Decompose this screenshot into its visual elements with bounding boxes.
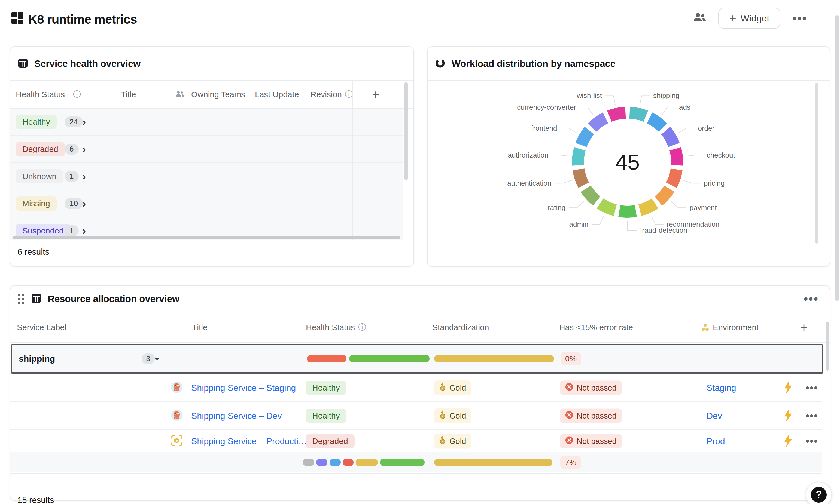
donut-label-order: order bbox=[698, 124, 715, 132]
bolt-icon[interactable] bbox=[783, 381, 793, 395]
donut-label-frontend: frontend bbox=[531, 124, 557, 132]
status-row-missing[interactable]: Missing10› bbox=[10, 190, 403, 217]
table-edge-divider bbox=[822, 312, 822, 473]
label-leader-line bbox=[560, 128, 576, 133]
plus-icon: + bbox=[729, 12, 736, 24]
footer-divider bbox=[10, 473, 822, 473]
service-health-table-body: Healthy24›Degraded6›Unknown1›Missing10›S… bbox=[10, 109, 414, 240]
donut-label-authentication: authentication bbox=[507, 179, 551, 187]
table-icon bbox=[18, 58, 28, 69]
donut-segment-frontend[interactable] bbox=[581, 131, 589, 145]
error-rate-badge: Not passed bbox=[560, 409, 622, 423]
status-badge: Missing bbox=[16, 197, 57, 211]
page-menu-icon[interactable]: ••• bbox=[792, 12, 807, 24]
donut-segment-wish-list[interactable] bbox=[609, 113, 625, 116]
donut-segment-payment[interactable] bbox=[658, 189, 669, 201]
donut-segment-recommendation[interactable] bbox=[640, 203, 655, 210]
chevron-right-icon[interactable]: › bbox=[82, 198, 86, 209]
status-badge: Healthy bbox=[16, 115, 57, 129]
donut-segment-order[interactable] bbox=[666, 131, 674, 145]
horizontal-scrollbar[interactable] bbox=[13, 236, 400, 239]
donut-label-checkout: checkout bbox=[707, 151, 735, 159]
status-row-healthy[interactable]: Healthy24› bbox=[10, 109, 403, 136]
group-row-shipping[interactable]: shipping 3 › 0% bbox=[12, 344, 823, 374]
service-title-link[interactable]: Shipping Service – Staging bbox=[191, 383, 296, 393]
donut-chart: shippingadsordercheckoutpricingpaymentre… bbox=[427, 82, 830, 258]
row-menu-icon[interactable]: ••• bbox=[806, 435, 818, 447]
share-users-icon[interactable] bbox=[693, 13, 706, 24]
donut-segment-admin[interactable] bbox=[600, 203, 615, 210]
standardization-bar bbox=[434, 355, 554, 362]
table-header-row: Health Status ⓘ Title Owning Teams Last … bbox=[10, 81, 414, 109]
aggregate-group-row[interactable]: 7% bbox=[10, 452, 822, 472]
service-row[interactable]: Shipping Service – Producti… Degraded Go… bbox=[10, 430, 822, 452]
health-status-badge: Degraded bbox=[305, 434, 355, 448]
donut-segment-pricing[interactable] bbox=[671, 169, 677, 185]
donut-label-fraud-detection: fraud-detection bbox=[640, 226, 687, 234]
service-title-link[interactable]: Shipping Service – Dev bbox=[191, 411, 282, 421]
chevron-right-icon[interactable]: › bbox=[82, 225, 86, 236]
column-error-rate[interactable]: Has <15% error rate bbox=[559, 323, 633, 332]
donut-segment-fraud-detection[interactable] bbox=[619, 211, 636, 212]
drag-handle-icon[interactable] bbox=[18, 294, 24, 304]
column-title[interactable]: Title bbox=[121, 90, 136, 99]
chevron-right-icon[interactable]: › bbox=[82, 116, 86, 127]
donut-segment-authentication[interactable] bbox=[579, 169, 584, 185]
health-bar-healthy bbox=[349, 355, 430, 362]
info-icon[interactable]: ⓘ bbox=[345, 89, 353, 100]
status-row-unknown[interactable]: Unknown1› bbox=[10, 163, 403, 190]
column-owning-teams[interactable]: Owning Teams bbox=[191, 90, 245, 99]
label-leader-line bbox=[605, 95, 615, 105]
column-revision[interactable]: Revision bbox=[311, 90, 342, 99]
error-rate-badge: 7% bbox=[560, 456, 581, 469]
panel-title: Resource allocation overview bbox=[48, 293, 179, 304]
column-title[interactable]: Title bbox=[192, 323, 208, 332]
chevron-right-icon[interactable]: › bbox=[82, 171, 86, 182]
column-service-label[interactable]: Service Label bbox=[17, 323, 67, 332]
donut-segment-shipping[interactable] bbox=[630, 113, 646, 116]
panel-menu-icon[interactable]: ••• bbox=[804, 293, 819, 305]
column-environment[interactable]: Environment bbox=[701, 323, 758, 332]
donut-segment-checkout[interactable] bbox=[675, 149, 677, 165]
status-badge: Unknown bbox=[16, 169, 63, 183]
column-health-status[interactable]: Health Status bbox=[16, 90, 65, 99]
column-standardization[interactable]: Standardization bbox=[432, 323, 489, 332]
status-row-degraded[interactable]: Degraded6› bbox=[10, 136, 403, 163]
donut-label-rating: rating bbox=[548, 203, 565, 212]
vertical-scrollbar[interactable] bbox=[826, 322, 829, 371]
donut-segment-currency-converter[interactable] bbox=[592, 118, 606, 128]
vertical-scrollbar[interactable] bbox=[815, 83, 818, 244]
label-leader-line bbox=[679, 128, 695, 133]
donut-segment-ads[interactable] bbox=[650, 118, 663, 128]
donut-segment-rating[interactable] bbox=[585, 189, 597, 201]
label-leader-line bbox=[640, 95, 650, 105]
panel-title: Workload distribution by namespace bbox=[452, 58, 616, 69]
health-distribution-segment bbox=[343, 459, 353, 466]
count-badge: 6 bbox=[65, 144, 79, 155]
bolt-icon[interactable] bbox=[783, 409, 793, 422]
chevron-down-icon[interactable]: › bbox=[152, 357, 163, 360]
add-column-button[interactable]: + bbox=[372, 87, 380, 102]
chevron-right-icon[interactable]: › bbox=[82, 144, 86, 155]
column-last-update[interactable]: Last Update bbox=[255, 90, 299, 99]
scan-icon bbox=[171, 435, 183, 448]
environment-link[interactable]: Prod bbox=[706, 436, 725, 446]
add-widget-button[interactable]: + Widget bbox=[718, 7, 780, 29]
page-vertical-scrollbar[interactable] bbox=[835, 15, 839, 301]
add-column-button[interactable]: + bbox=[800, 320, 808, 335]
row-menu-icon[interactable]: ••• bbox=[806, 410, 818, 421]
environment-link[interactable]: Staging bbox=[706, 383, 736, 393]
service-row[interactable]: Shipping Service – Staging Healthy Gold … bbox=[10, 374, 822, 402]
row-menu-icon[interactable]: ••• bbox=[806, 382, 818, 394]
column-health-status[interactable]: Health Statusⓘ bbox=[306, 322, 366, 333]
donut-segment-authorization[interactable] bbox=[578, 149, 580, 165]
service-row[interactable]: Shipping Service – Dev Healthy Gold Not … bbox=[10, 402, 822, 430]
medal-icon bbox=[439, 410, 446, 421]
vertical-scrollbar[interactable] bbox=[404, 82, 408, 180]
environment-link[interactable]: Dev bbox=[706, 411, 722, 421]
table-icon bbox=[31, 293, 41, 304]
bolt-icon[interactable] bbox=[783, 434, 793, 448]
service-title-link[interactable]: Shipping Service – Producti… bbox=[191, 436, 307, 446]
info-icon[interactable]: ⓘ bbox=[73, 89, 81, 100]
health-distribution-segment bbox=[330, 459, 341, 466]
